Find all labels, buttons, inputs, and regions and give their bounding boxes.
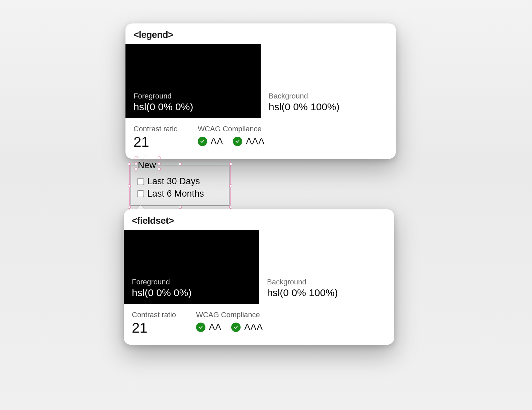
- contrast-value: 21: [134, 134, 178, 150]
- compliance-label: WCAG Compliance: [196, 311, 263, 319]
- swatch-row: Foreground hsl(0 0% 0%) Background hsl(0…: [125, 44, 396, 118]
- checkbox-label: Last 6 Months: [147, 188, 204, 200]
- foreground-swatch: Foreground hsl(0 0% 0%): [125, 44, 261, 118]
- aa-badge: AA: [196, 322, 221, 333]
- inspected-element: New Last 30 Days Last 6 Months: [130, 159, 230, 206]
- tooltip-tail-icon: [137, 155, 147, 159]
- background-swatch: Background hsl(0 0% 100%): [261, 44, 396, 118]
- contrast-value: 21: [132, 320, 176, 336]
- contrast-label: Contrast ratio: [132, 311, 176, 319]
- contrast-metric: Contrast ratio 21: [134, 125, 178, 150]
- legend-new: New: [137, 159, 157, 171]
- compliance-label: WCAG Compliance: [198, 125, 264, 133]
- aaa-text: AAA: [246, 136, 264, 147]
- contrast-label: Contrast ratio: [134, 125, 178, 133]
- check-circle-icon: [231, 323, 241, 332]
- checkbox-row-last-6-months[interactable]: Last 6 Months: [137, 188, 223, 200]
- foreground-value: hsl(0 0% 0%): [132, 287, 251, 298]
- compliance-metric: WCAG Compliance AA AAA: [196, 311, 263, 333]
- metrics-row: Contrast ratio 21 WCAG Compliance AA AAA: [124, 304, 394, 345]
- check-circle-icon: [196, 323, 205, 332]
- element-tag: <fieldset>: [124, 209, 394, 230]
- contrast-tooltip-legend: <legend> Foreground hsl(0 0% 0%) Backgro…: [125, 23, 396, 159]
- contrast-tooltip-fieldset: <fieldset> Foreground hsl(0 0% 0%) Backg…: [124, 209, 394, 345]
- foreground-label: Foreground: [132, 278, 251, 286]
- compliance-metric: WCAG Compliance AA AAA: [198, 125, 264, 147]
- check-circle-icon: [233, 137, 242, 146]
- swatch-row: Foreground hsl(0 0% 0%) Background hsl(0…: [124, 230, 394, 304]
- checkbox-label: Last 30 Days: [147, 175, 200, 187]
- checkbox-row-last-30-days[interactable]: Last 30 Days: [137, 175, 223, 187]
- aa-badge: AA: [198, 136, 223, 147]
- background-label: Background: [269, 92, 388, 100]
- foreground-label: Foreground: [134, 92, 253, 100]
- contrast-metric: Contrast ratio 21: [132, 311, 176, 336]
- aa-text: AA: [210, 136, 223, 147]
- checkbox-last-30-days[interactable]: [137, 178, 144, 185]
- aa-text: AA: [209, 322, 221, 333]
- metrics-row: Contrast ratio 21 WCAG Compliance AA AAA: [125, 118, 396, 159]
- aaa-badge: AAA: [233, 136, 264, 147]
- aaa-badge: AAA: [231, 322, 263, 333]
- fieldset-new[interactable]: New Last 30 Days Last 6 Months: [130, 159, 230, 206]
- background-value: hsl(0 0% 100%): [269, 101, 388, 113]
- background-swatch: Background hsl(0 0% 100%): [259, 230, 394, 304]
- background-value: hsl(0 0% 100%): [267, 287, 386, 298]
- element-tag: <legend>: [125, 23, 396, 44]
- aaa-text: AAA: [244, 322, 263, 333]
- check-circle-icon: [198, 137, 207, 146]
- background-label: Background: [267, 278, 386, 286]
- foreground-swatch: Foreground hsl(0 0% 0%): [124, 230, 259, 304]
- checkbox-last-6-months[interactable]: [137, 190, 144, 197]
- foreground-value: hsl(0 0% 0%): [134, 101, 253, 113]
